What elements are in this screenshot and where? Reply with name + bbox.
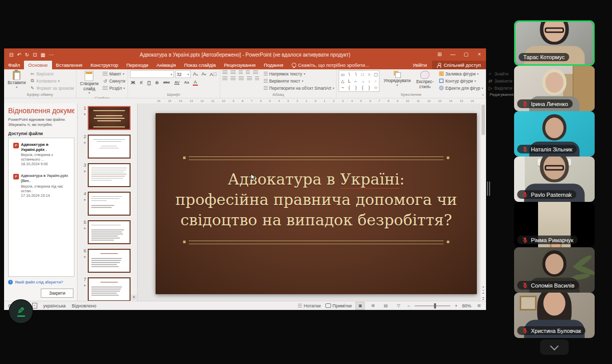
slideshow-icon[interactable]: ⊡: [33, 52, 37, 58]
shape-icon-6[interactable]: △: [341, 79, 345, 84]
shape-icon-14[interactable]: ): [355, 85, 356, 90]
comments-button[interactable]: Примітки: [325, 303, 352, 308]
shape-icon-0[interactable]: ▭: [341, 72, 345, 77]
zoom-out-icon[interactable]: −: [407, 303, 410, 308]
align-right-icon[interactable]: [239, 76, 244, 81]
slide-thumbnail-5[interactable]: 5★: [80, 220, 135, 244]
close-button[interactable]: ×: [473, 48, 486, 61]
tab-показ-слайдів[interactable]: Показ слайдів: [180, 61, 220, 69]
shape-icon-15[interactable]: {: [362, 85, 363, 90]
language-indicator[interactable]: українська: [43, 303, 66, 308]
slide-thumbnail-6[interactable]: 6★: [80, 249, 135, 273]
zoom-in-icon[interactable]: +: [455, 303, 457, 308]
decrease-indent-icon[interactable]: [239, 70, 243, 74]
align-left-icon[interactable]: [222, 76, 227, 81]
recovery-file-item[interactable]: PАдвокатура в Україні.pptx .Версія, ство…: [13, 142, 71, 167]
replace-button[interactable]: ⇄Замінити▾: [488, 77, 516, 84]
shape-outline-button[interactable]: Контур фігури▾: [439, 77, 483, 84]
which-file-help-link[interactable]: ? Який файл слід зберегти?: [8, 280, 73, 284]
layout-button[interactable]: Макет▾: [103, 70, 125, 77]
format-painter-button[interactable]: ✎Формат за зразком: [30, 85, 73, 91]
ribbon-display-options-icon[interactable]: ⊞: [433, 48, 446, 61]
shape-icon-3[interactable]: □: [361, 72, 364, 77]
slide-thumbnail-4[interactable]: 4★: [80, 192, 135, 216]
shape-icon-17[interactable]: ☆: [374, 85, 378, 90]
share-button[interactable]: Спільний доступ: [432, 61, 486, 69]
slideshow-view-icon[interactable]: ▽: [394, 302, 402, 309]
redo-icon[interactable]: ↻: [25, 52, 29, 58]
shrink-font-button[interactable]: A▾: [200, 70, 207, 78]
restore-button[interactable]: ▢: [460, 48, 473, 61]
spellcheck-icon[interactable]: ×: [32, 303, 37, 308]
shape-icon-2[interactable]: \: [355, 72, 356, 77]
tab-анімація[interactable]: Анімація: [152, 61, 180, 69]
shape-icon-9[interactable]: →: [361, 79, 365, 84]
quick-styles-button[interactable]: Експрес- стилі▾: [415, 70, 435, 92]
slide-thumbnail-1[interactable]: 1★: [80, 106, 135, 130]
strikethrough-button[interactable]: S: [155, 79, 160, 86]
notes-button[interactable]: Нотатки: [298, 303, 320, 308]
recovery-close-button[interactable]: Закрити: [41, 289, 73, 298]
slide-thumbnail-7[interactable]: 7★: [80, 277, 135, 301]
grow-font-button[interactable]: A▴: [192, 70, 199, 78]
font-name-combo[interactable]: ▾: [130, 70, 174, 78]
justify-icon[interactable]: [247, 76, 252, 81]
reset-button[interactable]: ↺Скинути: [103, 77, 125, 84]
select-button[interactable]: ▷Виділити▾: [488, 85, 516, 91]
save-icon[interactable]: ⊟: [9, 52, 13, 58]
slide-thumbnail-3[interactable]: 3★: [80, 163, 135, 187]
change-case-button[interactable]: Aa: [183, 79, 190, 86]
shape-icon-11[interactable]: ◦: [375, 79, 376, 84]
slide-thumbnail-2[interactable]: 2★: [80, 135, 135, 159]
customize-icon[interactable]: ▦: [41, 52, 45, 58]
sign-in-button[interactable]: Увійти: [407, 61, 432, 69]
line-spacing-icon[interactable]: [253, 70, 258, 74]
undo-icon[interactable]: ↶: [17, 52, 21, 58]
shape-icon-1[interactable]: \: [349, 72, 350, 77]
shape-icon-16[interactable]: }: [368, 85, 370, 90]
participant-tile-4[interactable]: Pavlo Pasternak: [514, 157, 595, 202]
vertical-scrollbar[interactable]: ▾ ▴ ▾: [480, 103, 486, 301]
next-slide-icon[interactable]: ▾: [482, 296, 484, 300]
copy-button[interactable]: ⧉Копіювати▾: [30, 77, 73, 84]
tab-основне[interactable]: Основне: [24, 61, 52, 69]
cut-button[interactable]: ✂Вирізати: [30, 70, 73, 77]
tab-вставлення[interactable]: Вставлення: [52, 61, 87, 69]
participant-tile-6[interactable]: Соломія Василів: [514, 247, 595, 293]
shape-effects-button[interactable]: Ефекти для фігур▾: [439, 85, 483, 91]
panel-resize-handle[interactable]: [487, 181, 490, 196]
normal-view-icon[interactable]: ▣: [356, 302, 364, 309]
character-spacing-button[interactable]: AV: [173, 79, 181, 86]
collapse-ribbon-icon[interactable]: ˄: [482, 93, 484, 97]
align-center-icon[interactable]: [231, 76, 236, 81]
shape-icon-4[interactable]: ○: [368, 72, 370, 77]
underline-button[interactable]: П: [146, 79, 152, 86]
convert-smartart-button[interactable]: Перетворити на об'єкт SmartArt▾: [264, 85, 335, 91]
shape-fill-button[interactable]: Заливка фігури▾: [439, 70, 483, 77]
participant-tile-1[interactable]: Тарас Котормус: [514, 20, 595, 66]
recovery-file-item[interactable]: PАдвокатура в Україні.pptx [Вих..Версія,…: [13, 173, 71, 197]
slide-editor-canvas[interactable]: Адвокатура в Україні: професійна правнич…: [138, 103, 480, 301]
slide-sorter-view-icon[interactable]: ⊞: [369, 302, 377, 309]
font-color-button[interactable]: А: [193, 79, 198, 86]
zoom-slider[interactable]: [415, 305, 450, 306]
paste-button[interactable]: Вставити▾: [6, 70, 27, 92]
increase-indent-icon[interactable]: [246, 70, 250, 74]
collapse-gallery-button[interactable]: [540, 340, 569, 355]
tab-рецензування[interactable]: Рецензування: [220, 61, 260, 69]
shadow-button[interactable]: abc: [162, 79, 171, 86]
tab-конструктор[interactable]: Конструктор: [87, 61, 122, 69]
zoom-percentage[interactable]: 80%: [462, 303, 471, 308]
text-direction-button[interactable]: Напрямок тексту▾: [264, 70, 335, 77]
new-slide-button[interactable]: Створити слайд▾: [79, 70, 100, 95]
columns-icon[interactable]: [255, 76, 259, 81]
participant-tile-3[interactable]: Наталія Зільник: [514, 111, 595, 157]
section-button[interactable]: Розділ▾: [103, 85, 125, 91]
align-text-button[interactable]: Вирівняти текст▾: [264, 77, 335, 84]
slide-title-text[interactable]: Адвокатура в Україні: професійна правнич…: [163, 169, 469, 231]
font-size-combo[interactable]: 32▾: [175, 70, 191, 78]
bold-button[interactable]: Ж: [130, 79, 137, 86]
italic-button[interactable]: К: [139, 79, 144, 86]
shape-icon-13[interactable]: (: [348, 85, 350, 90]
scroll-down-icon[interactable]: ▾: [482, 285, 484, 289]
